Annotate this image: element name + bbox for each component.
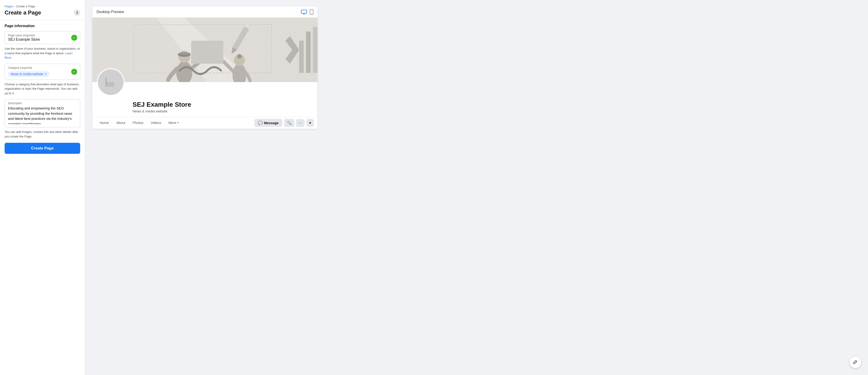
svg-rect-13 xyxy=(313,27,317,73)
svg-point-2 xyxy=(311,13,312,14)
nav-link-about[interactable]: About xyxy=(113,117,129,128)
page-name-helper-text: Use the name of your business, brand or … xyxy=(5,47,80,60)
nav-link-videos[interactable]: Videos xyxy=(147,117,165,128)
svg-rect-11 xyxy=(299,41,304,73)
chevron-down-icon: ▾ xyxy=(309,121,311,125)
more-options-button[interactable]: ··· xyxy=(296,119,305,127)
edit-icon xyxy=(853,360,858,365)
category-check-icon: ✓ xyxy=(71,69,77,75)
profile-info: SEJ Example Store News & media website xyxy=(132,98,313,113)
preview-container: Desktop Preview xyxy=(92,6,317,129)
category-tag-label: News & media website xyxy=(11,72,43,76)
left-panel: Pages › Create a Page Create a Page ℹ Pa… xyxy=(0,0,85,375)
page-name-field-wrapper: Page name (required) ✓ xyxy=(5,31,80,44)
page-information-label: Page information xyxy=(5,24,80,28)
ellipsis-icon: ··· xyxy=(299,121,302,125)
profile-section: SEJ Example Store News & media website xyxy=(92,82,317,117)
preview-title: Desktop Preview xyxy=(96,10,124,14)
description-textarea[interactable]: Educating and empowering the SEO communi… xyxy=(8,106,77,124)
cover-photo xyxy=(92,18,317,82)
nav-link-home[interactable]: Home xyxy=(96,117,113,128)
nav-link-photos[interactable]: Photos xyxy=(129,117,147,128)
messenger-icon: 💬 xyxy=(258,121,262,125)
category-tag[interactable]: News & media website × xyxy=(8,71,50,77)
preview-scroll-area[interactable]: SEJ Example Store News & media website H… xyxy=(92,18,317,129)
mobile-preview-icon[interactable] xyxy=(310,9,313,15)
svg-rect-0 xyxy=(301,10,307,13)
svg-rect-23 xyxy=(106,78,114,82)
page-name-check-icon: ✓ xyxy=(71,35,77,41)
page-title-row: Create a Page ℹ xyxy=(5,9,80,16)
more-arrow-icon: ▾ xyxy=(177,121,179,124)
nav-links: Home About Photos Videos More ▾ xyxy=(96,117,182,128)
info-icon[interactable]: ℹ xyxy=(74,9,80,16)
desktop-preview-icon[interactable] xyxy=(301,10,307,14)
svg-point-20 xyxy=(237,54,242,59)
description-label: Description xyxy=(8,102,77,105)
breadcrumb-separator: › xyxy=(14,5,15,8)
search-icon: 🔍 xyxy=(287,121,291,125)
search-button[interactable]: 🔍 xyxy=(284,119,294,127)
page-name-label: Page name (required) xyxy=(8,34,77,37)
breadcrumb: Pages › Create a Page xyxy=(5,5,80,8)
category-helper-text: Choose a category that describes what ty… xyxy=(5,82,80,96)
scroll-down-button[interactable]: ▾ xyxy=(307,119,314,127)
svg-rect-12 xyxy=(306,31,311,73)
float-edit-button[interactable] xyxy=(849,356,861,368)
message-button[interactable]: 💬 Message xyxy=(254,119,282,127)
category-field-wrapper[interactable]: Category (required) News & media website… xyxy=(5,64,80,80)
description-field-wrapper[interactable]: Description Educating and empowering the… xyxy=(5,99,80,127)
profile-page-category: News & media website xyxy=(132,109,313,113)
svg-rect-17 xyxy=(179,53,189,55)
page-name-input[interactable] xyxy=(8,37,70,41)
breadcrumb-pages-link[interactable]: Pages xyxy=(5,5,13,8)
svg-rect-21 xyxy=(191,41,223,64)
preview-icons xyxy=(301,9,313,15)
right-panel: Desktop Preview xyxy=(85,0,868,375)
nav-actions: 💬 Message 🔍 ··· ▾ xyxy=(254,119,314,127)
page-nav: Home About Photos Videos More ▾ 💬 Messag… xyxy=(92,117,317,129)
preview-header: Desktop Preview xyxy=(92,6,317,18)
page-title: Create a Page xyxy=(5,9,41,16)
profile-avatar xyxy=(97,68,125,96)
profile-page-name: SEJ Example Store xyxy=(132,101,313,108)
create-page-button[interactable]: Create Page xyxy=(5,143,80,154)
section-divider xyxy=(0,20,85,20)
after-create-text: You can add images, contact info and oth… xyxy=(5,130,80,139)
category-label: Category (required) xyxy=(8,66,77,69)
category-remove-btn[interactable]: × xyxy=(45,73,46,76)
nav-link-more[interactable]: More ▾ xyxy=(165,117,182,128)
breadcrumb-current: Create a Page xyxy=(16,5,35,8)
